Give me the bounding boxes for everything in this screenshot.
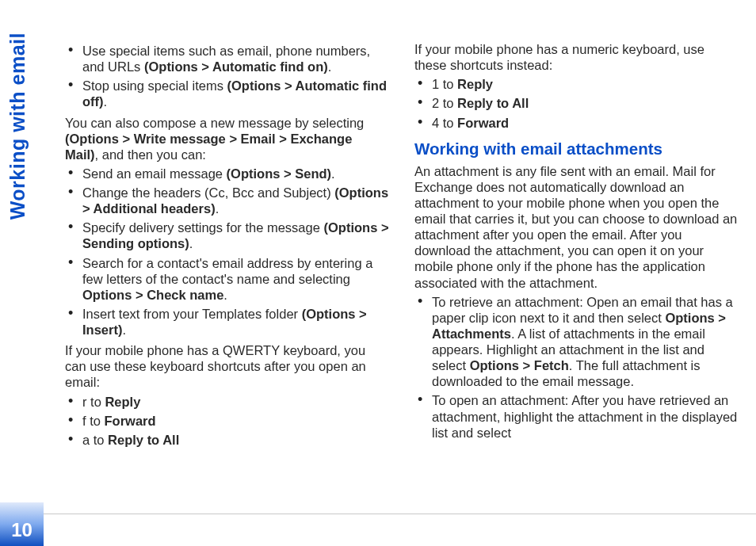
text-run: Change the headers (Cc, Bcc and Subject) bbox=[82, 185, 334, 200]
text-bold: Options > Check name bbox=[82, 288, 223, 302]
side-title-container: Working with email bbox=[5, 0, 44, 546]
text-run: . bbox=[104, 94, 108, 109]
text-run: 4 to bbox=[432, 116, 457, 130]
text-bold: Reply to All bbox=[108, 433, 179, 447]
text-run: Insert text from your Templates folder bbox=[82, 307, 302, 321]
section-heading: Working with email attachments bbox=[414, 139, 739, 158]
text-bold: Reply to All bbox=[457, 96, 529, 110]
bullet-list: Use special items such as email, phone n… bbox=[65, 43, 389, 110]
text-bold: Forward bbox=[105, 414, 156, 428]
text-run: Send an email message bbox=[82, 166, 227, 181]
list-item: 2 to Reply to All bbox=[414, 95, 739, 111]
list-item: Change the headers (Cc, Bcc and Subject)… bbox=[65, 185, 389, 216]
text-run: . bbox=[189, 236, 193, 250]
text-run: , and then you can: bbox=[95, 147, 206, 162]
bullet-list: r to Reply f to Forward a to Reply to Al… bbox=[65, 394, 389, 448]
text-bold: (Options > Automatic find on) bbox=[144, 59, 328, 74]
list-item: Stop using special items (Options > Auto… bbox=[65, 78, 389, 109]
text-run: f to bbox=[82, 414, 105, 428]
list-item: Insert text from your Templates folder (… bbox=[65, 306, 389, 338]
text-run: Specify delivery settings for the messag… bbox=[82, 220, 323, 235]
side-title: Working with email bbox=[6, 32, 29, 220]
text-run: Search for a contact's email address by … bbox=[82, 256, 372, 286]
text-run: . bbox=[223, 288, 227, 302]
bullet-list: Send an email message (Options > Send). … bbox=[65, 166, 389, 338]
list-item: r to Reply bbox=[65, 394, 389, 410]
text-run: a to bbox=[82, 433, 108, 447]
content-columns: Use special items such as email, phone n… bbox=[65, 41, 739, 489]
text-run: r to bbox=[82, 395, 105, 409]
list-item: Search for a contact's email address by … bbox=[65, 255, 389, 303]
list-item: Specify delivery settings for the messag… bbox=[65, 220, 389, 251]
paragraph: You can also compose a new message by se… bbox=[65, 115, 389, 162]
text-run: . bbox=[331, 166, 335, 181]
text-run: Stop using special items bbox=[82, 78, 227, 93]
column-right: If your mobile phone has a numeric keybo… bbox=[414, 41, 739, 489]
bullet-list: 1 to Reply 2 to Reply to All 4 to Forwar… bbox=[414, 76, 739, 130]
text-bold: Options > Fetch bbox=[470, 358, 569, 372]
text-bold: Forward bbox=[457, 116, 509, 130]
text-run: . bbox=[122, 323, 126, 337]
list-item: Use special items such as email, phone n… bbox=[65, 43, 389, 74]
text-bold: (Options > Send) bbox=[227, 166, 331, 181]
text-run: You can also compose a new message by se… bbox=[65, 116, 364, 130]
page-number: 10 bbox=[11, 519, 32, 541]
paragraph: If your mobile phone has a QWERTY keyboa… bbox=[65, 342, 389, 390]
paragraph: If your mobile phone has a numeric keybo… bbox=[414, 41, 739, 73]
list-item: 1 to Reply bbox=[414, 76, 739, 92]
bullet-list: To retrieve an attachment: Open an email… bbox=[414, 294, 739, 441]
text-run: . bbox=[328, 59, 332, 74]
text-run: 2 to bbox=[432, 96, 457, 110]
list-item: 4 to Forward bbox=[414, 115, 739, 131]
list-item: To retrieve an attachment: Open an email… bbox=[414, 294, 739, 390]
text-bold: Reply bbox=[105, 395, 140, 409]
page-number-box: 10 bbox=[0, 502, 44, 546]
column-left: Use special items such as email, phone n… bbox=[65, 41, 389, 489]
list-item: a to Reply to All bbox=[65, 432, 389, 448]
text-run: 1 to bbox=[432, 77, 457, 91]
list-item: To open an attachment: After you have re… bbox=[414, 392, 739, 440]
list-item: Send an email message (Options > Send). bbox=[65, 166, 389, 181]
paragraph: An attachment is any file sent with an e… bbox=[414, 163, 739, 291]
list-item: f to Forward bbox=[65, 413, 389, 429]
text-run: To open an attachment: After you have re… bbox=[432, 393, 737, 439]
footer-rule bbox=[44, 514, 756, 514]
text-run: . bbox=[216, 201, 220, 216]
text-bold: Reply bbox=[457, 77, 493, 91]
